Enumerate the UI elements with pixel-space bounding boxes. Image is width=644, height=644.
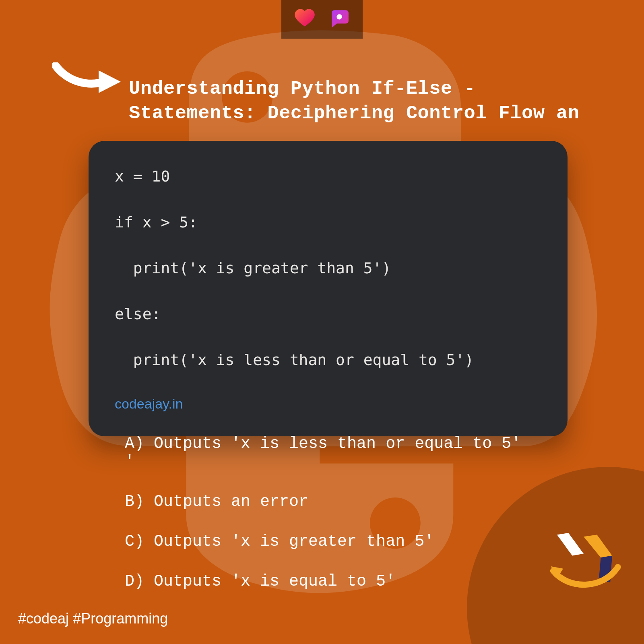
code-block: x = 10 if x > 5: print('x is greater tha… <box>89 141 568 436</box>
option-a[interactable]: A) Outputs 'x is less than or equal to 5… <box>125 435 620 471</box>
brand-logo <box>545 525 622 596</box>
title-line-2: Statements: Deciphering Control Flow an <box>129 103 579 124</box>
svg-point-0 <box>336 14 342 19</box>
option-b[interactable]: B) Outputs an error <box>125 493 620 511</box>
arrow-icon <box>52 62 123 101</box>
reaction-tray <box>281 0 363 39</box>
heart-icon[interactable] <box>293 7 316 30</box>
source-link[interactable]: codeajay.in <box>115 394 541 414</box>
page-title: Understanding Python If-Else - Statement… <box>129 76 644 126</box>
title-line-1: Understanding Python If-Else - <box>129 78 475 99</box>
hashtags: #codeaj #Programming <box>18 610 168 627</box>
code-content: x = 10 if x > 5: print('x is greater tha… <box>115 165 541 372</box>
chat-icon[interactable] <box>328 7 351 30</box>
